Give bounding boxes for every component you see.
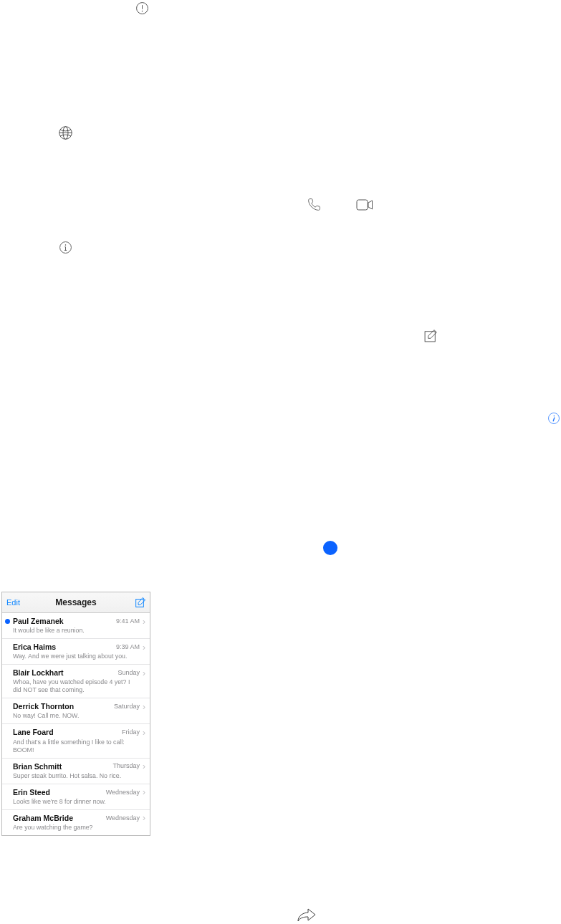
sender-name: Lane Foard bbox=[13, 728, 54, 737]
chevron-right-icon: › bbox=[143, 788, 145, 797]
svg-point-8 bbox=[65, 244, 66, 245]
info-icon bbox=[547, 412, 560, 425]
sender-name: Derrick Thornton bbox=[13, 702, 74, 711]
sender-name: Paul Zemanek bbox=[13, 617, 64, 626]
conversation-row[interactable]: Erica Haims 9:39 AM › Way. And we were j… bbox=[2, 639, 150, 665]
sender-name: Blair Lockhart bbox=[13, 668, 64, 678]
svg-rect-9 bbox=[425, 332, 435, 342]
timestamp: 9:41 AM bbox=[116, 617, 140, 625]
message-preview: Super steak burrito. Hot salsa. No rice. bbox=[13, 772, 145, 780]
conversation-row[interactable]: Brian Schmitt Thursday › Super steak bur… bbox=[2, 759, 150, 784]
chevron-right-icon: › bbox=[143, 643, 145, 652]
message-preview: Looks like we're 8 for dinner now. bbox=[13, 798, 145, 806]
conversation-row[interactable]: Erin Steed Wednesday › Looks like we're … bbox=[2, 784, 150, 810]
conversation-row[interactable]: Lane Foard Friday › And that's a little … bbox=[2, 724, 150, 758]
video-icon bbox=[356, 199, 373, 211]
sender-name: Erin Steed bbox=[13, 788, 50, 797]
sender-name: Graham McBride bbox=[13, 814, 73, 823]
messages-title: Messages bbox=[55, 597, 96, 608]
conversation-row[interactable]: Graham McBride Wednesday › Are you watch… bbox=[2, 810, 150, 835]
svg-rect-6 bbox=[357, 200, 368, 210]
timestamp: Saturday bbox=[114, 703, 140, 711]
sender-name: Erica Haims bbox=[13, 643, 56, 652]
messages-list-panel: Edit Messages Paul Zemanek 9:41 AM › It … bbox=[1, 592, 150, 836]
sender-name: Brian Schmitt bbox=[13, 762, 62, 771]
message-preview: No way! Call me. NOW. bbox=[13, 712, 145, 720]
message-preview: Are you watching the game? bbox=[13, 824, 145, 832]
svg-point-11 bbox=[554, 415, 555, 417]
conversation-row[interactable]: Blair Lockhart Sunday › Whoa, have you w… bbox=[2, 665, 150, 698]
unread-dot-icon bbox=[5, 619, 10, 624]
timestamp: Wednesday bbox=[106, 814, 140, 822]
globe-icon bbox=[58, 125, 73, 140]
share-icon bbox=[297, 908, 317, 923]
message-preview: Whoa, have you watched episode 4 yet? I … bbox=[13, 678, 145, 694]
message-preview: It would be like a reunion. bbox=[13, 627, 145, 635]
chevron-right-icon: › bbox=[143, 617, 145, 626]
timestamp: Friday bbox=[122, 728, 140, 736]
info-circle-icon bbox=[59, 241, 72, 254]
conversation-row[interactable]: Derrick Thornton Saturday › No way! Call… bbox=[2, 698, 150, 724]
conversation-row[interactable]: Paul Zemanek 9:41 AM › It would be like … bbox=[2, 613, 150, 639]
compose-icon bbox=[423, 329, 438, 343]
chevron-right-icon: › bbox=[143, 728, 145, 737]
timestamp: Wednesday bbox=[106, 789, 140, 797]
messages-header: Edit Messages bbox=[2, 592, 150, 613]
svg-point-2 bbox=[142, 11, 143, 11]
edit-button[interactable]: Edit bbox=[6, 592, 20, 612]
chevron-right-icon: › bbox=[143, 814, 145, 822]
chevron-right-icon: › bbox=[143, 762, 145, 771]
timestamp: Sunday bbox=[118, 669, 140, 677]
compose-button[interactable] bbox=[135, 592, 146, 612]
timestamp: Thursday bbox=[112, 762, 140, 770]
timestamp: 9:39 AM bbox=[116, 643, 140, 651]
chevron-right-icon: › bbox=[143, 703, 145, 711]
chevron-right-icon: › bbox=[143, 669, 145, 678]
message-preview: Way. And we were just talking about you. bbox=[13, 653, 145, 660]
alert-circle-icon bbox=[135, 1, 149, 15]
message-preview: And that's a little something I like to … bbox=[13, 738, 145, 754]
phone-icon bbox=[307, 197, 322, 212]
unread-dot-icon bbox=[323, 541, 337, 555]
